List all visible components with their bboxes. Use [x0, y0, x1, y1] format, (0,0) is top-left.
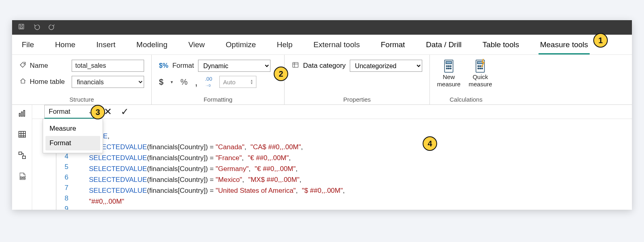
calculator-quick-icon	[475, 59, 486, 73]
ribbon-group-calculations: Newmeasure Quickmeasure Calculations	[430, 55, 502, 104]
svg-point-2	[24, 63, 25, 64]
data-category-label: Data category	[303, 62, 346, 70]
quick-measure-label-1: Quick	[473, 73, 488, 80]
currency-dropdown-icon[interactable]: ▾	[171, 79, 173, 85]
calculator-icon	[443, 59, 454, 73]
tab-view[interactable]: View	[187, 35, 206, 54]
percent-button[interactable]: %	[180, 77, 188, 87]
decimals-auto-input[interactable]: Auto ▴▾	[219, 76, 256, 88]
tab-file[interactable]: File	[20, 35, 36, 54]
svg-point-10	[448, 68, 449, 69]
svg-point-18	[480, 68, 481, 69]
home-icon	[19, 77, 27, 87]
ribbon: Name Home table financials	[12, 55, 632, 105]
group-caption-calculations: Calculations	[437, 95, 495, 103]
name-label: Name	[30, 62, 48, 70]
format-option-measure[interactable]: Measure	[45, 121, 100, 136]
formula-area: Format ⌄ Measure Format ✕ ✓ 1 2 3	[32, 105, 632, 210]
svg-rect-5	[446, 61, 452, 64]
svg-point-17	[478, 68, 479, 69]
tab-help[interactable]: Help	[275, 35, 294, 54]
tab-measure-tools[interactable]: Measure tools	[539, 35, 590, 54]
measure-name-row: Name	[19, 60, 144, 72]
svg-rect-24	[19, 152, 21, 154]
auto-placeholder-text: Auto	[223, 79, 235, 86]
group-caption-formatting: Formatting	[159, 95, 277, 103]
new-measure-label-1: New	[443, 73, 455, 80]
tag-icon	[19, 61, 27, 71]
redo-icon[interactable]	[48, 23, 56, 32]
svg-rect-3	[293, 63, 298, 67]
ribbon-tabs: File Home Insert Modeling View Optimize …	[12, 35, 632, 55]
home-table-label: Home table	[30, 78, 65, 86]
svg-rect-20	[19, 113, 20, 116]
data-category-icon	[292, 61, 299, 70]
save-icon[interactable]	[18, 23, 25, 32]
tab-optimize[interactable]: Optimize	[224, 35, 258, 54]
format-dropdown-button[interactable]: Format ⌄	[44, 105, 97, 119]
new-measure-label-2: measure	[437, 81, 460, 88]
svg-point-9	[446, 68, 448, 69]
tab-home[interactable]: Home	[54, 35, 77, 54]
decimals-button[interactable]: .00→0	[205, 76, 212, 88]
svg-point-14	[478, 65, 479, 67]
dax-editor[interactable]: 1 2 3 4 5 6 7 8 9 SWITCH( TRUE, SELECTED…	[32, 119, 632, 210]
format-expression-dropdown: Format ⌄ Measure Format	[44, 105, 97, 119]
svg-point-11	[450, 68, 451, 69]
svg-rect-22	[23, 111, 25, 117]
stepper-icon[interactable]: ▴▾	[251, 79, 253, 85]
svg-point-8	[450, 65, 451, 67]
format-dropdown-label: Format	[49, 108, 70, 116]
work-area: DAX Format ⌄ Measure Format ✕ ✓	[12, 105, 632, 210]
new-measure-button[interactable]: Newmeasure	[437, 59, 460, 88]
ribbon-group-structure: Name Home table financials	[12, 55, 152, 104]
svg-point-7	[448, 65, 449, 67]
undo-icon[interactable]	[33, 23, 40, 32]
ribbon-group-formatting: $% Format Dynamic $ ▾ % , .00→0 Auto	[152, 55, 285, 104]
currency-button[interactable]: $	[159, 77, 163, 87]
format-dropdown-menu: Measure Format	[43, 119, 103, 153]
format-label: Format	[172, 62, 194, 70]
svg-rect-21	[21, 112, 23, 116]
svg-point-6	[446, 65, 448, 67]
dax-code[interactable]: SWITCH( TRUE, SELECTEDVALUE(financials[C…	[68, 119, 632, 210]
tab-format[interactable]: Format	[379, 35, 407, 54]
tab-external-tools[interactable]: External tools	[312, 35, 361, 54]
tab-modeling[interactable]: Modeling	[135, 35, 169, 54]
format-dollar-percent-icon: $%	[159, 62, 168, 69]
svg-text:DAX: DAX	[20, 176, 26, 179]
quick-measure-label-2: measure	[469, 81, 492, 88]
format-select[interactable]: Dynamic	[198, 60, 270, 72]
thousands-button[interactable]: ,	[195, 80, 198, 84]
view-rail: DAX	[12, 105, 32, 210]
data-category-select[interactable]: Uncategorized	[350, 60, 422, 72]
group-caption-structure: Structure	[19, 95, 144, 103]
quick-access-toolbar	[12, 20, 632, 35]
commit-formula-icon[interactable]: ✓	[119, 106, 130, 117]
dax-view-icon[interactable]: DAX	[18, 172, 27, 182]
format-option-format[interactable]: Format	[45, 136, 100, 150]
home-table-select[interactable]: financials	[72, 76, 144, 88]
model-view-icon[interactable]	[18, 151, 27, 161]
svg-point-19	[482, 68, 483, 69]
svg-rect-1	[20, 27, 23, 29]
svg-rect-23	[19, 131, 25, 138]
callout-badge-4: 4	[423, 136, 437, 151]
svg-point-15	[480, 65, 481, 67]
quick-measure-button[interactable]: Quickmeasure	[469, 59, 492, 88]
group-caption-properties: Properties	[292, 95, 422, 103]
ribbon-group-properties: Data category Uncategorized Properties	[285, 55, 430, 104]
formula-header: Format ⌄ Measure Format ✕ ✓	[32, 105, 632, 119]
callout-badge-3: 3	[91, 105, 105, 119]
data-view-icon[interactable]	[18, 130, 27, 140]
svg-rect-25	[22, 156, 25, 159]
callout-badge-1: 1	[593, 33, 608, 48]
home-table-row: Home table financials	[19, 76, 144, 88]
tab-data-drill[interactable]: Data / Drill	[424, 35, 463, 54]
callout-badge-2: 2	[274, 67, 288, 81]
measure-name-input[interactable]	[72, 60, 144, 72]
report-view-icon[interactable]	[18, 109, 27, 119]
tab-table-tools[interactable]: Table tools	[481, 35, 521, 54]
app-window: File Home Insert Modeling View Optimize …	[12, 20, 632, 210]
tab-insert[interactable]: Insert	[95, 35, 117, 54]
